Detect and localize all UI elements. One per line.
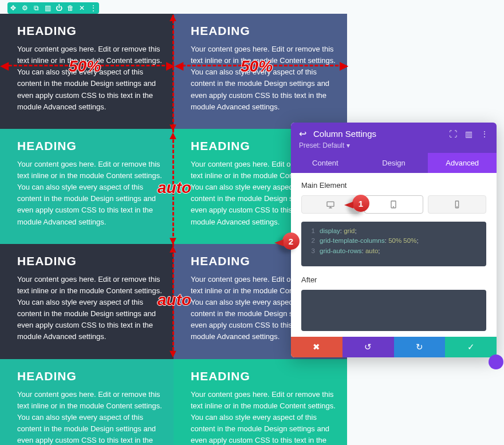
preset-dropdown[interactable]: Preset: Default ▾ (299, 141, 489, 149)
overlay-label: 50% (241, 57, 273, 76)
arrow-left-icon: ◀ (175, 60, 183, 71)
tab-advanced[interactable]: Advanced (428, 153, 497, 173)
device-switcher (301, 195, 486, 214)
card-body: Your content goes here. Edit or remove t… (17, 159, 162, 228)
panel-actions: ✖ ↺ ↻ ✓ (291, 337, 497, 357)
card[interactable]: HEADINGYour content goes here. Edit or r… (174, 359, 347, 445)
move-icon[interactable]: ✥ (7, 2, 19, 14)
card-heading: HEADING (17, 254, 162, 268)
arrow-up-icon: ▲ (167, 243, 179, 254)
card-heading: HEADING (191, 24, 336, 38)
card[interactable]: HEADINGYour content goes here. Edit or r… (0, 359, 174, 445)
undo-icon[interactable]: ↩ (299, 128, 306, 139)
more-icon[interactable]: ⋮ (481, 129, 489, 139)
arrow-right-icon: ▶ (340, 60, 348, 71)
card[interactable]: HEADINGYour content goes here. Edit or r… (0, 129, 174, 244)
overlay-label: 50% (69, 57, 101, 76)
arrow-right-icon: ▶ (166, 60, 175, 71)
arrow-left-icon: ◀ (0, 60, 9, 71)
svg-point-4 (456, 207, 457, 207)
undo-button[interactable]: ↺ (342, 337, 394, 357)
redo-button[interactable]: ↻ (394, 337, 446, 357)
arrow-up-icon: ▲ (167, 129, 179, 141)
overlay-label: auto (158, 179, 191, 197)
panel-title: Column Settings (313, 129, 442, 139)
more-icon[interactable]: ⋮ (88, 2, 99, 14)
tab-design[interactable]: Design (360, 153, 428, 173)
columns-panel-icon[interactable]: ▥ (465, 129, 472, 139)
trash-icon[interactable]: 🗑 (65, 2, 76, 14)
card-body: Your content goes here. Edit or remove t… (17, 44, 162, 113)
card-heading: HEADING (17, 139, 162, 153)
card-body: Your content goes here. Edit or remove t… (17, 274, 162, 343)
power-icon[interactable]: ⏻ (53, 2, 65, 14)
tab-content[interactable]: Content (291, 153, 360, 173)
duplicate-icon[interactable]: ⧉ (30, 2, 42, 14)
card[interactable]: HEADINGYour content goes here. Edit or r… (0, 244, 174, 359)
save-button[interactable]: ✓ (445, 337, 497, 357)
device-tablet[interactable] (364, 195, 423, 214)
card-body: Your content goes here. Edit or remove t… (191, 389, 336, 445)
help-bubble-icon[interactable] (489, 355, 503, 369)
expand-icon[interactable]: ⛶ (449, 129, 457, 139)
card-body: Your content goes here. Edit or remove t… (191, 44, 336, 113)
panel-header: ↩ Column Settings ⛶ ▥ ⋮ Preset: Default … (291, 123, 497, 153)
panel-tabs: Content Design Advanced (291, 153, 497, 173)
callout-bubble: 1 (352, 195, 369, 212)
card-heading: HEADING (17, 369, 162, 383)
device-phone[interactable] (428, 195, 486, 214)
card-heading: HEADING (191, 369, 336, 383)
columns-icon[interactable]: ▥ (42, 2, 53, 14)
css-editor-main[interactable]: 1display: grid;2grid-template-columns: 5… (301, 222, 486, 266)
arrow-up-icon: ▲ (167, 11, 179, 23)
css-editor-after[interactable] (301, 290, 486, 331)
arrow-down-icon: ▼ (167, 348, 179, 359)
callout-bubble: 2 (282, 233, 300, 250)
section-label: Main Element (301, 181, 486, 190)
column-settings-panel: ↩ Column Settings ⛶ ▥ ⋮ Preset: Default … (291, 123, 497, 357)
card-body: Your content goes here. Edit or remove t… (17, 389, 162, 445)
svg-rect-0 (327, 202, 334, 206)
module-toolbar[interactable]: ✥ ⚙ ⧉ ▥ ⏻ 🗑 ✕ ⋮ (7, 2, 99, 14)
svg-point-2 (393, 207, 394, 207)
gear-icon[interactable]: ⚙ (19, 2, 30, 14)
cancel-button[interactable]: ✖ (291, 337, 342, 357)
card-heading: HEADING (17, 24, 162, 38)
section-label: After (301, 275, 486, 284)
close-icon[interactable]: ✕ (76, 2, 88, 14)
overlay-label: auto (158, 291, 191, 309)
